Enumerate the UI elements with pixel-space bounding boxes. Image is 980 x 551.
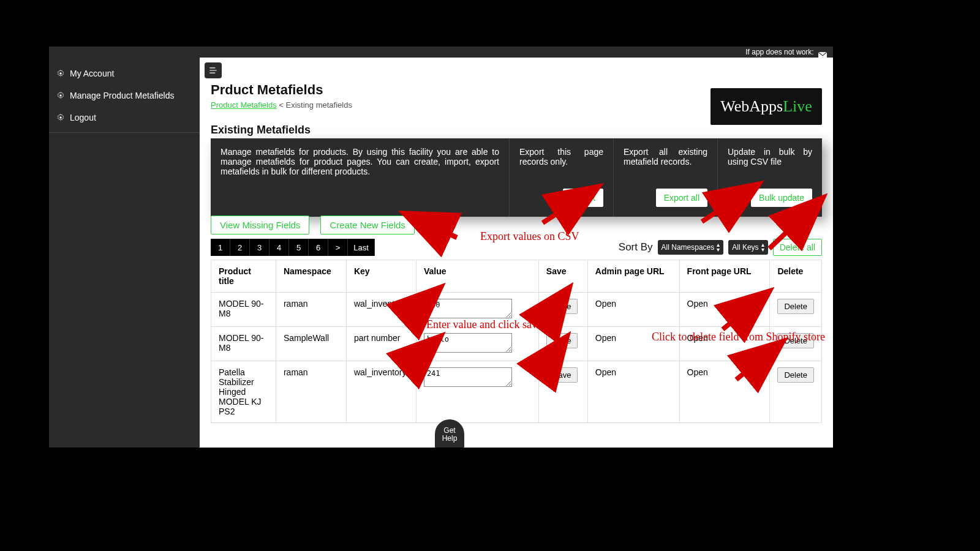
panel-bulk-label: Update in bulk by using CSV file [728,147,812,171]
cell-save: Save [538,293,587,327]
cell-value [416,327,538,361]
table-header-row: Product title Namespace Key Value Save A… [211,260,822,293]
col-header-save: Save [538,260,587,293]
cell-title: Patella Stabilizer Hinged MODEL KJ PS2 [211,361,276,423]
sidebar-item-logout[interactable]: Logout [49,107,200,129]
key-select[interactable]: All Keys ▴▾ [728,240,767,255]
page-1[interactable]: 1 [211,239,230,256]
gear-icon [56,69,65,78]
cell-front: Open [679,361,770,423]
cell-key: wal_inventory [346,293,416,327]
panel-export-page: Export this page records only. Export [510,138,614,217]
cell-front: Open [679,327,770,361]
delete-button[interactable]: Delete [777,299,814,314]
hamburger-toggle[interactable] [205,62,222,78]
delete-button[interactable]: Delete [777,367,814,383]
sidebar-item-label: My Account [70,69,114,78]
cell-delete: Delete [770,361,822,423]
section-title: Existing Metafields [211,124,311,137]
table-row: Patella Stabilizer Hinged MODEL KJ PS2 r… [211,361,822,423]
export-page-button[interactable]: Export [563,189,603,207]
col-header-title: Product title [211,260,276,293]
cell-title: MODEL 90-M8 [211,293,276,327]
gear-icon [56,113,65,122]
sidebar-item-manage-metafields[interactable]: Manage Product Metafields [49,84,200,107]
page-3[interactable]: 3 [250,239,270,256]
cell-delete: Delete [770,327,822,361]
table-row: MODEL 90-M8 SampleWall part number Save … [211,327,822,361]
export-all-button[interactable]: Export all [656,189,707,207]
updown-icon: ▴▾ [717,242,720,252]
app-frame: If app does not work: My Account Manage … [49,47,833,448]
front-open-link[interactable]: Open [687,367,708,377]
col-header-key: Key [346,260,416,293]
sort-area: Sort By All Namespaces ▴▾ All Keys ▴▾ De… [619,239,822,256]
save-button[interactable]: Save [546,299,578,314]
action-row: View Missing Fields Create New Fields [211,216,822,234]
value-input[interactable] [424,299,512,318]
mail-icon[interactable] [818,50,827,56]
svg-point-3 [59,116,62,119]
get-help-button[interactable]: Get Help [435,419,464,448]
updown-icon: ▴▾ [761,242,764,252]
admin-open-link[interactable]: Open [595,367,616,377]
sidebar-item-label: Logout [70,113,96,122]
cell-title: MODEL 90-M8 [211,327,276,361]
cell-save: Save [538,361,587,423]
sort-by-label: Sort By [619,241,653,253]
delete-button[interactable]: Delete [777,333,814,348]
cell-namespace: SampleWall [276,327,346,361]
cell-namespace: raman [276,293,346,327]
front-open-link[interactable]: Open [687,299,708,309]
cell-value [416,293,538,327]
page-4[interactable]: 4 [270,239,289,256]
create-new-fields-button[interactable]: Create New Fields [320,216,414,234]
panel-description: Manage metafields for products. By using… [211,138,510,217]
cell-front: Open [679,293,770,327]
metafields-table: Product title Namespace Key Value Save A… [211,260,822,423]
main-content: WebAppsLive Prduct Metafields Product Me… [200,58,833,448]
namespace-select[interactable]: All Namespaces ▴▾ [658,240,724,255]
save-button[interactable]: Save [546,367,578,383]
value-input[interactable] [424,333,512,353]
page-next[interactable]: > [328,239,348,256]
cell-save: Save [538,327,587,361]
page-title: Prduct Metafields [211,82,323,98]
logo-text-b: Live [783,97,812,115]
delete-all-button[interactable]: Delete all [773,239,822,256]
admin-open-link[interactable]: Open [595,333,616,343]
pager: 1 2 3 4 5 6 > Last [211,239,375,256]
cell-admin: Open [587,361,679,423]
col-header-delete: Delete [770,260,822,293]
get-help-line2: Help [435,435,464,443]
save-button[interactable]: Save [546,333,578,348]
bulk-update-button[interactable]: Bulk update [751,189,812,207]
pager-row: 1 2 3 4 5 6 > Last Sort By All Namespace… [211,239,822,256]
page-last[interactable]: Last [348,239,375,256]
col-header-admin: Admin page URL [587,260,679,293]
breadcrumb-sep: < [277,100,286,110]
namespace-select-value: All Namespaces [662,243,715,252]
sidebar-item-my-account[interactable]: My Account [49,62,200,84]
panel-export-page-label: Export this page records only. [519,147,603,171]
view-missing-fields-button[interactable]: View Missing Fields [211,216,309,234]
col-header-value: Value [416,260,538,293]
front-open-link[interactable]: Open [687,333,708,343]
gear-icon [56,91,65,100]
sidebar-item-label: Manage Product Metafields [70,91,174,100]
page-2[interactable]: 2 [230,239,250,256]
top-notice-bar: If app does not work: [49,47,833,58]
table-row: MODEL 90-M8 raman wal_inventory Save Ope… [211,293,822,327]
logo-text-a: WebApps [720,97,783,115]
svg-point-2 [59,94,62,97]
top-notice-text: If app does not work: [745,48,813,56]
panel-bulk-update: Update in bulk by using CSV file Bulk up… [718,138,822,217]
page-5[interactable]: 5 [289,239,309,256]
panel-export-all-label: Export all existing metafield records. [624,147,707,171]
value-input[interactable] [424,367,512,387]
sidebar-divider [49,132,200,133]
admin-open-link[interactable]: Open [595,299,616,309]
breadcrumb-link[interactable]: Product Metafields [211,100,277,110]
sidebar: My Account Manage Product Metafields Log… [49,58,200,448]
page-6[interactable]: 6 [309,239,328,256]
